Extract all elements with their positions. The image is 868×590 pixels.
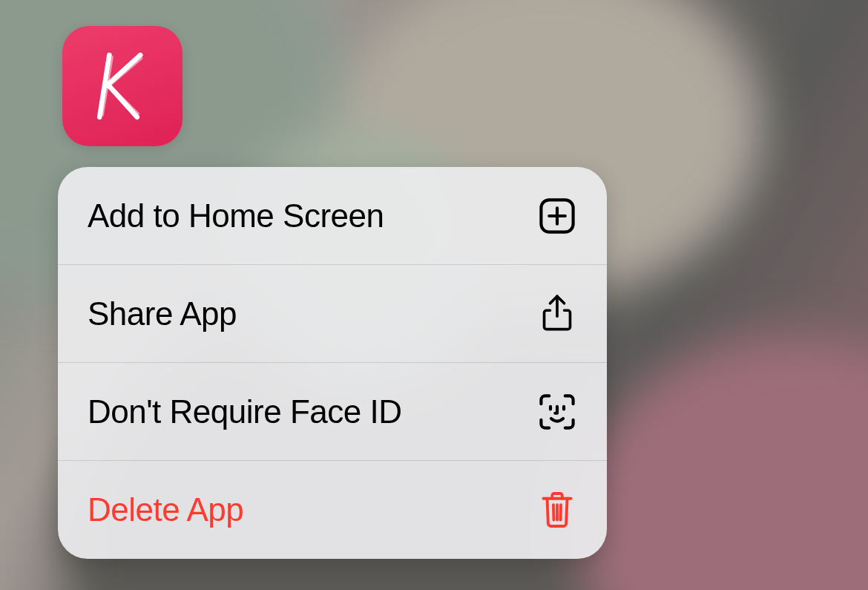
menu-item-dont-require-faceid[interactable]: Don't Require Face ID (58, 363, 607, 461)
svg-line-6 (553, 505, 554, 519)
share-icon (537, 294, 577, 334)
faceid-icon (537, 392, 577, 432)
trash-icon (537, 490, 577, 530)
app-icon[interactable] (62, 26, 183, 146)
plus-square-icon (537, 196, 577, 236)
menu-item-share-app[interactable]: Share App (58, 265, 607, 363)
menu-item-label: Don't Require Face ID (88, 393, 401, 430)
svg-line-8 (561, 505, 562, 519)
menu-item-label: Delete App (88, 491, 243, 528)
menu-item-label: Share App (88, 295, 237, 332)
menu-item-delete-app[interactable]: Delete App (58, 461, 607, 559)
menu-item-add-to-home-screen[interactable]: Add to Home Screen (58, 167, 607, 265)
menu-item-label: Add to Home Screen (88, 197, 384, 235)
context-menu: Add to Home Screen Share App Don't R (58, 167, 607, 559)
app-icon-letter (82, 45, 163, 127)
